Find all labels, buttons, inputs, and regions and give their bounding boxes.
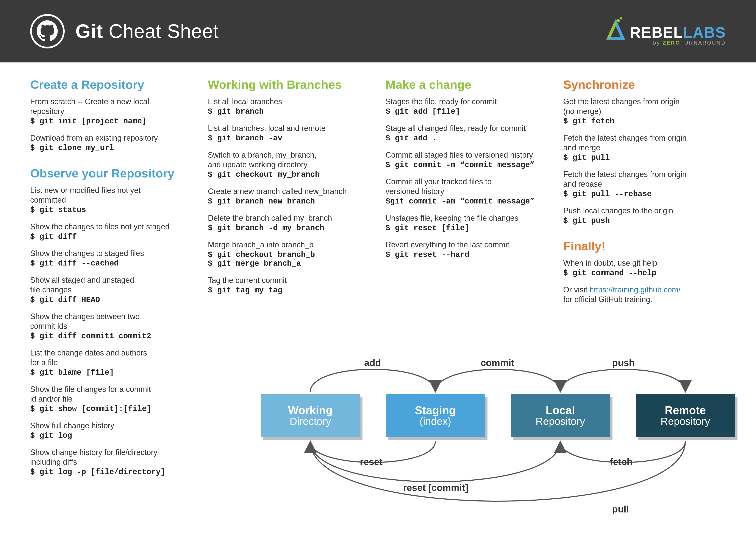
byline: by ZEROTURNAROUND bbox=[653, 40, 726, 46]
label-commit: commit bbox=[481, 357, 514, 368]
title-bold: Git bbox=[75, 20, 103, 42]
column-1: Create a Repository From scratch -- Crea… bbox=[30, 78, 193, 484]
desc: Merge branch_a into branch_b bbox=[208, 240, 371, 249]
label-fetch: fetch bbox=[610, 456, 633, 467]
desc: Unstages file, keeping the file changes bbox=[386, 213, 548, 223]
label-pull: pull bbox=[612, 504, 629, 515]
desc: Switch to a branch, my_branch, and updat… bbox=[208, 150, 371, 169]
cmd: $ git branch -av bbox=[208, 134, 371, 143]
cmd: $ git checkout my_branch bbox=[208, 170, 371, 179]
cmd: $ git diff --cached bbox=[30, 259, 193, 268]
heading-observe-repo: Observe your Repository bbox=[30, 166, 193, 180]
desc: Delete the branch called my_branch bbox=[208, 213, 371, 223]
desc: Show the file changes for a commit id an… bbox=[30, 384, 193, 404]
desc: Revert everything to the last commit bbox=[386, 240, 548, 249]
desc: Or visit https://training.github.com/ fo… bbox=[563, 285, 726, 304]
cmd: $ git commit -m “commit message” bbox=[386, 161, 548, 169]
cmd: $ git pull bbox=[563, 153, 726, 162]
cmd: $ git command --help bbox=[563, 269, 726, 278]
desc: List all local branches bbox=[208, 97, 371, 106]
title-light: Cheat Sheet bbox=[103, 20, 219, 42]
desc: List new or modified files not yet commi… bbox=[30, 185, 193, 205]
desc: Fetch the latest changes from origin and… bbox=[563, 133, 726, 152]
desc: List all branches, local and remote bbox=[208, 123, 371, 133]
box-local-repo: Local Repository bbox=[511, 394, 610, 437]
desc: Show full change history bbox=[30, 421, 193, 430]
cmd: $ git reset [file] bbox=[386, 224, 548, 233]
header-bar: Git Cheat Sheet REBELLABS by ZEROTURNARO… bbox=[0, 0, 756, 63]
cmd: $ git blame [file] bbox=[30, 368, 193, 377]
cmd: $git commit -am “commit message” bbox=[386, 197, 548, 206]
desc: Download from an existing repository bbox=[30, 133, 193, 143]
cmd: $ git log -p [file/directory] bbox=[30, 468, 193, 476]
cmd: $ git checkout branch_b $ git merge bran… bbox=[208, 250, 371, 268]
box-staging-index: Staging (index) bbox=[386, 394, 485, 437]
heading-branches: Working with Branches bbox=[208, 78, 371, 91]
cmd: $ git branch -d my_branch bbox=[208, 224, 371, 233]
header-left: Git Cheat Sheet bbox=[30, 14, 219, 48]
rebellabs-logo: REBELLABS by ZEROTURNAROUND bbox=[606, 16, 726, 46]
cmd: $ git diff HEAD bbox=[30, 295, 193, 304]
desc: Fetch the latest changes from origin and… bbox=[563, 169, 726, 189]
cmd: $ git tag my_tag bbox=[208, 286, 371, 295]
desc: Show all staged and unstaged file change… bbox=[30, 275, 193, 294]
cmd: $ git branch bbox=[208, 107, 371, 116]
label-reset: reset bbox=[360, 456, 383, 467]
cmd: $ git push bbox=[563, 216, 726, 225]
box-working-directory: Working Directory bbox=[261, 394, 360, 437]
cmd: $ git add . bbox=[386, 134, 548, 143]
desc: Get the latest changes from origin (no m… bbox=[563, 97, 726, 116]
cmd: $ git diff commit1 commit2 bbox=[30, 332, 193, 341]
desc: When in doubt, use git help bbox=[563, 258, 726, 268]
github-icon bbox=[30, 14, 65, 48]
box-remote-repo: Remote Repository bbox=[636, 394, 735, 437]
desc: Show the changes to staged files bbox=[30, 248, 193, 258]
cmd: $ git reset --hard bbox=[386, 250, 548, 259]
page-title: Git Cheat Sheet bbox=[75, 20, 219, 42]
cmd: $ git add [file] bbox=[386, 107, 548, 116]
label-resetc: reset [commit] bbox=[403, 482, 468, 493]
desc: From scratch -- Create a new local repos… bbox=[30, 97, 193, 116]
desc: Create a new branch called new_branch bbox=[208, 187, 371, 196]
desc: Show the changes between two commit ids bbox=[30, 312, 193, 331]
cmd: $ git diff bbox=[30, 232, 193, 241]
label-push: push bbox=[612, 357, 635, 368]
heading-synchronize: Synchronize bbox=[563, 78, 726, 91]
desc: Commit all staged files to versioned his… bbox=[386, 150, 548, 160]
cmd: $ git log bbox=[30, 431, 193, 440]
rebellabs-text: REBELLABS bbox=[630, 24, 726, 41]
heading-create-repo: Create a Repository bbox=[30, 78, 193, 91]
desc: List the change dates and authors for a … bbox=[30, 348, 193, 367]
cmd: $ git show [commit]:[file] bbox=[30, 405, 193, 414]
label-add: add bbox=[364, 357, 381, 368]
cmd: $ git status bbox=[30, 206, 193, 215]
git-flow-diagram: Working Directory Staging (index) Local … bbox=[218, 349, 726, 525]
cmd: $ git fetch bbox=[563, 117, 726, 126]
rebellabs-glyph-icon bbox=[606, 16, 625, 41]
cmd: $ git pull --rebase bbox=[563, 190, 726, 198]
cmd: $ git init [project name] bbox=[30, 117, 193, 126]
svg-point-0 bbox=[620, 17, 622, 20]
training-link[interactable]: https://training.github.com/ bbox=[590, 285, 681, 294]
desc: Show change history for file/directory i… bbox=[30, 447, 193, 467]
heading-make-change: Make a change bbox=[386, 78, 548, 91]
desc: Tag the current commit bbox=[208, 275, 371, 285]
cmd: $ git branch new_branch bbox=[208, 197, 371, 206]
desc: Commit all your tracked files to version… bbox=[386, 177, 548, 196]
desc: Stages the file, ready for commit bbox=[386, 97, 548, 106]
desc: Push local changes to the origin bbox=[563, 206, 726, 216]
cmd: $ git clone my_url bbox=[30, 144, 193, 152]
desc: Stage all changed files, ready for commi… bbox=[386, 123, 548, 133]
desc: Show the changes to files not yet staged bbox=[30, 222, 193, 232]
heading-finally: Finally! bbox=[563, 239, 726, 253]
